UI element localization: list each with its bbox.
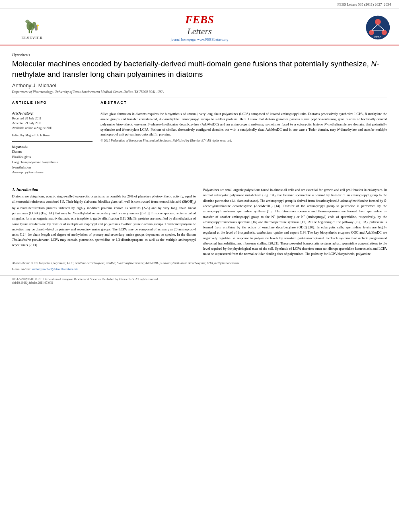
abbreviations-text: LCPA, long chain polyamine; ODC, ornithi… (31, 261, 239, 265)
svg-text:FEBS: FEBS (374, 35, 382, 38)
abstract-text: Silica glass formation in diatoms requir… (101, 111, 387, 137)
article-title: Molecular machines encoded by bacteriall… (12, 59, 387, 79)
copyright-text: © 2011 Federation of European Biochemica… (101, 139, 387, 142)
right-column: Abstract Silica glass formation in diato… (101, 101, 387, 178)
issn-text: 0014-5793/$36.00 © 2011 Federation of Eu… (12, 277, 387, 281)
abstract-header: Abstract (101, 101, 387, 105)
svg-point-13 (369, 30, 374, 35)
febs-title: FEBS (185, 13, 214, 26)
febs-letters-text: Letters (187, 26, 212, 37)
article-info-header: Article info (12, 101, 93, 105)
svg-point-9 (37, 25, 39, 27)
body-right-column: Polyamines are small organic polycations… (203, 187, 387, 257)
keyword-4: N-methylation (12, 165, 93, 170)
febs-logo-center: FEBS Letters journal homepage: www.FEBSL… (56, 13, 343, 41)
email-link[interactable]: anthony.michael@utsouthwestern.edu (32, 267, 78, 271)
page: FEBS Letters 585 (2011) 2627–2634 (0, 0, 399, 532)
article-history-label: Article history: (12, 111, 93, 115)
bottom-bar: 0014-5793/$36.00 © 2011 Federation of Eu… (0, 275, 399, 286)
left-column: Article info Article history: Received 2… (12, 101, 93, 178)
section-label: Hypothesis (12, 53, 387, 57)
febs-circle-icon: FEBS (365, 14, 391, 41)
body-content: 1. Introduction Diatoms are ubiquitous, … (0, 187, 399, 257)
article-history-section: Article history: Received 20 July 2011 A… (12, 111, 93, 131)
journal-header: ELSEVIER FEBS Letters journal homepage: … (0, 8, 399, 45)
edited-by: Edited by Miguel De la Rosa (12, 133, 93, 138)
keywords-list: Diatom Biosilica glass Long chain polyam… (12, 150, 93, 175)
author-affiliation: Department of Pharmacology, University o… (12, 90, 387, 94)
intro-paragraph-2: Polyamines are small organic polycations… (203, 187, 387, 257)
email-footnote: E-mail address: anthony.michael@utsouthw… (12, 267, 387, 272)
body-left-column: 1. Introduction Diatoms are ubiquitous, … (12, 187, 196, 257)
keywords-label: Keywords: (12, 145, 93, 149)
accepted-date: Accepted 21 July 2011 (12, 121, 93, 126)
received-date: Received 20 July 2011 (12, 116, 93, 121)
keyword-5: Aminopropyltransferase (12, 170, 93, 175)
keywords-section: Keywords: Diatom Biosilica glass Long ch… (12, 145, 93, 175)
journal-info-text: FEBS Letters 585 (2011) 2627–2634 (337, 2, 391, 6)
author-name: Anthony J. Michael (12, 82, 387, 88)
keywords-divider (12, 141, 93, 142)
article-content: Hypothesis Molecular machines encoded by… (0, 45, 399, 182)
svg-point-6 (35, 27, 37, 31)
keyword-2: Biosilica glass (12, 155, 93, 160)
doi-text: doi:10.1016/j.febslet.2011.07.038 (12, 281, 387, 285)
article-info-divider (12, 108, 93, 108)
footnote-area: Abbreviations: LCPA, long chain polyamin… (0, 260, 399, 271)
svg-point-5 (25, 20, 29, 23)
available-date: Available online 4 August 2011 (12, 126, 93, 131)
intro-paragraph-1: Diatoms are ubiquitous, aquatic single-c… (12, 194, 196, 248)
article-meta-abstract: Article info Article history: Received 2… (12, 101, 387, 178)
edited-by-section: Edited by Miguel De la Rosa (12, 133, 93, 138)
svg-point-7 (35, 25, 37, 27)
intro-section-title: 1. Introduction (12, 187, 196, 192)
journal-homepage-label: journal homepage: www.FEBSLetters.org (171, 37, 228, 41)
journal-info-bar: FEBS Letters 585 (2011) 2627–2634 (0, 0, 399, 8)
svg-point-12 (382, 30, 387, 35)
elsevier-tree-icon (21, 15, 43, 35)
elsevier-logo-area: ELSEVIER (8, 15, 56, 40)
abstract-divider (101, 108, 387, 108)
keyword-3: Long chain polyamine biosynthesis (12, 160, 93, 165)
febs-circle-logo-area: FEBS (343, 14, 391, 41)
abbreviations-label: Abbreviations: LCPA, long chain polyamin… (12, 261, 387, 266)
elsevier-text: ELSEVIER (21, 36, 43, 40)
svg-point-11 (375, 19, 381, 25)
svg-rect-1 (31, 31, 32, 33)
title-divider (12, 97, 387, 97)
keyword-1: Diatom (12, 150, 93, 155)
